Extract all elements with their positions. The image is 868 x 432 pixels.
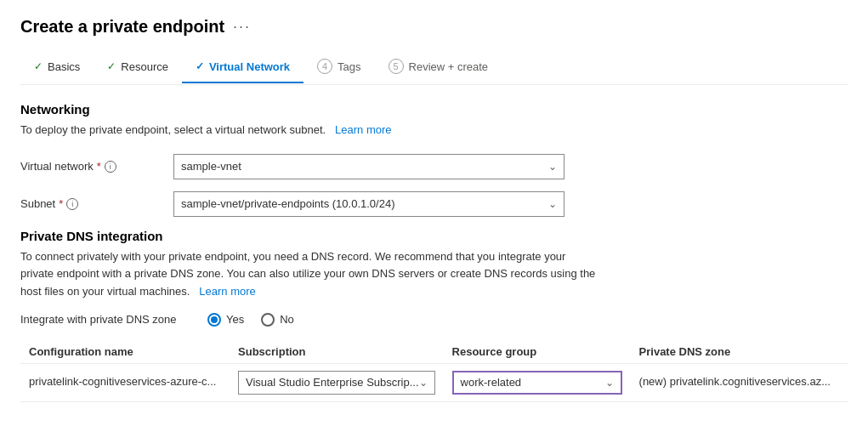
tab-resource-check: ✓ [107, 60, 116, 72]
resource-group-value: work-related [461, 376, 522, 389]
resource-group-chevron: ⌄ [605, 377, 614, 389]
tab-review-number: 5 [389, 59, 404, 74]
integrate-dns-row: Integrate with private DNS zone Yes No [20, 313, 848, 327]
subnet-value: sample-vnet/private-endpoints (10.0.1.0/… [181, 197, 394, 210]
vnet-info-icon[interactable]: i [105, 161, 116, 173]
dns-section: Private DNS integration To connect priva… [20, 229, 848, 402]
cell-dns-zone: (new) privatelink.cognitiveservices.az..… [631, 363, 848, 401]
subnet-required-star: * [59, 197, 63, 210]
networking-desc-text: To deploy the private endpoint, select a… [20, 123, 326, 136]
virtual-network-select[interactable]: sample-vnet ⌄ [173, 154, 564, 179]
cell-subscription: Visual Studio Enterprise Subscrip... ⌄ [230, 363, 444, 401]
cell-resource-group: work-related ⌄ [444, 363, 631, 401]
tabs-bar: ✓ Basics ✓ Resource ✓ Virtual Network 4 … [20, 52, 848, 85]
cell-config: privatelink-cognitiveservices-azure-c... [20, 363, 230, 401]
col-header-subscription: Subscription [230, 340, 444, 364]
tab-basics-label: Basics [48, 60, 80, 73]
vnet-chevron-icon: ⌄ [548, 161, 557, 173]
resource-group-select[interactable]: work-related ⌄ [452, 371, 622, 395]
subnet-info-icon[interactable]: i [66, 198, 78, 210]
tab-tags-number: 4 [317, 59, 332, 74]
tab-basics[interactable]: ✓ Basics [20, 54, 94, 83]
radio-yes-circle[interactable] [207, 313, 221, 327]
integrate-dns-label: Integrate with private DNS zone [20, 313, 207, 326]
subscription-value: Visual Studio Enterprise Subscrip... [246, 376, 419, 389]
col-header-resource-group: Resource group [444, 340, 631, 364]
content-area: Networking To deploy the private endpoin… [20, 85, 848, 402]
more-options-icon[interactable]: ··· [233, 18, 251, 36]
tab-tags-label: Tags [338, 60, 360, 73]
radio-no-circle[interactable] [261, 313, 275, 327]
tab-resource-label: Resource [121, 60, 168, 73]
subnet-select[interactable]: sample-vnet/private-endpoints (10.0.1.0/… [173, 191, 564, 217]
tab-vnet-label: Virtual Network [209, 60, 290, 73]
tab-resource[interactable]: ✓ Resource [94, 54, 182, 83]
tab-review-label: Review + create [409, 60, 489, 73]
table-row: privatelink-cognitiveservices-azure-c...… [20, 363, 848, 401]
subnet-label: Subnet * i [20, 197, 173, 210]
config-value: privatelink-cognitiveservices-azure-c... [29, 375, 216, 388]
radio-yes-label: Yes [226, 313, 244, 326]
subscription-select[interactable]: Visual Studio Enterprise Subscrip... ⌄ [238, 371, 435, 395]
vnet-required-star: * [97, 160, 101, 173]
networking-description: To deploy the private endpoint, select a… [20, 122, 848, 139]
title-row: Create a private endpoint ··· [20, 17, 848, 37]
col-header-dns-zone: Private DNS zone [631, 340, 848, 364]
dns-description: To connect privately with your private e… [20, 248, 599, 301]
dns-zone-value: (new) privatelink.cognitiveservices.az..… [639, 375, 831, 388]
subnet-row: Subnet * i sample-vnet/private-endpoints… [20, 191, 848, 217]
tab-vnet-check: ✓ [196, 60, 204, 72]
virtual-network-row: Virtual network * i sample-vnet ⌄ [20, 154, 848, 179]
radio-yes[interactable]: Yes [207, 313, 244, 327]
tab-basics-check: ✓ [34, 60, 43, 72]
dns-section-title: Private DNS integration [20, 229, 848, 243]
dns-learn-more-link[interactable]: Learn more [199, 285, 255, 298]
radio-no-label: No [280, 313, 294, 326]
virtual-network-value: sample-vnet [181, 160, 241, 173]
networking-learn-more-link[interactable]: Learn more [335, 123, 391, 136]
tab-virtual-network[interactable]: ✓ Virtual Network [182, 54, 304, 83]
page-title: Create a private endpoint [20, 17, 224, 37]
radio-no[interactable]: No [261, 313, 294, 327]
virtual-network-label: Virtual network * i [20, 160, 173, 173]
tab-tags[interactable]: 4 Tags [304, 52, 374, 84]
subnet-chevron-icon: ⌄ [548, 198, 557, 210]
dns-table-header-row: Configuration name Subscription Resource… [20, 340, 848, 364]
col-header-config: Configuration name [20, 340, 230, 364]
tab-review-create[interactable]: 5 Review + create [375, 52, 502, 84]
dns-table: Configuration name Subscription Resource… [20, 340, 848, 402]
page-container: Create a private endpoint ··· ✓ Basics ✓… [0, 0, 868, 432]
radio-group: Yes No [207, 313, 294, 327]
subscription-chevron: ⌄ [419, 377, 428, 389]
networking-section-title: Networking [20, 102, 848, 117]
